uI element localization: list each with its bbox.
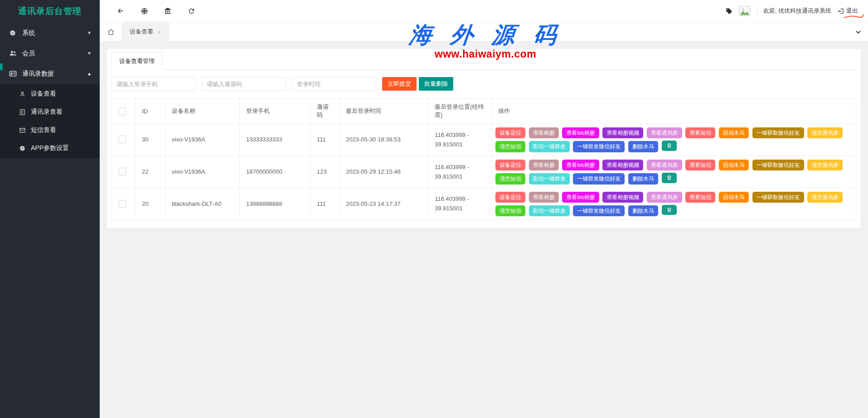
sidebar-item-contacts-view[interactable]: 通讯录查看 xyxy=(0,103,100,121)
row-checkbox[interactable] xyxy=(118,136,126,143)
submit-button[interactable]: 立即提交 xyxy=(382,77,417,91)
start-trojan-button[interactable]: 启动木马 xyxy=(719,160,749,170)
select-all-checkbox[interactable] xyxy=(118,107,126,115)
tag-icon[interactable] xyxy=(726,8,732,15)
sidebar-item-label: 短信查看 xyxy=(31,126,56,134)
wechat-group-send-button[interactable]: 一键群发微信好友 xyxy=(573,205,625,216)
avatar[interactable] xyxy=(738,5,751,17)
active-menu-marker xyxy=(0,63,3,70)
app-root: 通讯录后台管理 系统 ▼ 会员 ▼ 通讯录数据 ▲ xyxy=(0,0,868,418)
locate-device-button[interactable]: 设备定位 xyxy=(495,127,525,138)
refresh-icon[interactable] xyxy=(179,0,203,22)
get-wechat-friends-button[interactable]: 一键获取微信好友 xyxy=(752,127,804,138)
mms-group-send-button[interactable]: 彩信一键群发 xyxy=(529,205,570,216)
view-album-button[interactable]: 查看相册 xyxy=(529,192,559,203)
get-wechat-friends-button[interactable]: 一键获取微信好友 xyxy=(752,160,804,170)
logout-icon xyxy=(837,8,844,15)
cell-invite: 111 xyxy=(310,124,339,156)
get-wechat-friends-button[interactable]: 一键获取微信好友 xyxy=(752,192,804,203)
wechat-group-send-button[interactable]: 一键群发微信好友 xyxy=(573,173,625,184)
view-contacts-button[interactable]: 查看通讯录 xyxy=(647,192,682,203)
mms-group-send-button[interactable]: 彩信一键群发 xyxy=(529,173,570,184)
app-title: 通讯录后台管理 xyxy=(0,0,100,23)
wechat-group-send-button[interactable]: 一键群发微信好友 xyxy=(573,141,625,152)
view-album-video-button[interactable]: 查看相册视频 xyxy=(602,160,643,170)
trash-icon xyxy=(666,175,672,180)
clear-contacts-button[interactable]: 清空通讯录 xyxy=(807,127,843,138)
tab-device-view-management[interactable]: 设备查看管理 xyxy=(112,52,162,70)
cell-login-time: 2023-05-23 14:17:37 xyxy=(339,188,428,220)
start-trojan-button[interactable]: 启动木马 xyxy=(719,127,749,138)
chevron-down-icon xyxy=(855,29,862,35)
view-ios-album-button[interactable]: 查看ios相册 xyxy=(562,127,599,138)
trash-icon xyxy=(666,207,672,213)
sidebar-item-sms-view[interactable]: 短信查看 xyxy=(0,121,100,139)
clear-sms-button[interactable]: 清空短信 xyxy=(495,141,525,152)
cell-invite: 123 xyxy=(310,156,339,188)
trash-action-button[interactable] xyxy=(662,141,677,151)
sidebar-item-app-settings[interactable]: APP参数设置 xyxy=(0,139,100,157)
login-time-input[interactable] xyxy=(292,77,376,91)
back-icon[interactable] xyxy=(109,0,132,22)
scribble-underline xyxy=(844,14,863,19)
view-album-button[interactable]: 查看相册 xyxy=(529,127,559,138)
cell-phone: 18700000000 xyxy=(240,156,310,188)
contacts-book-icon xyxy=(19,109,27,116)
view-ios-album-button[interactable]: 查看ios相册 xyxy=(562,192,599,203)
home-tab[interactable] xyxy=(100,22,122,41)
search-toolbar: 立即提交 批量删除 xyxy=(112,77,856,91)
view-contacts-button[interactable]: 查看通讯录 xyxy=(647,160,682,170)
cell-invite: 111 xyxy=(310,188,339,220)
start-trojan-button[interactable]: 启动木马 xyxy=(719,192,749,203)
trash-action-button[interactable] xyxy=(662,205,677,215)
sidebar-item-contacts-data[interactable]: 通讯录数据 ▲ xyxy=(0,63,100,84)
cell-phone: 13888888888 xyxy=(240,188,310,220)
clear-sms-button[interactable]: 清空短信 xyxy=(495,205,525,216)
tab-device-view[interactable]: 设备查看 × xyxy=(122,22,169,41)
cell-actions: 设备定位 查看相册 查看ios相册 查看相册视频 查看通讯录 查看短信 启动木马… xyxy=(492,124,856,156)
bank-icon[interactable] xyxy=(156,0,179,22)
sidebar-item-members[interactable]: 会员 ▼ xyxy=(0,43,100,63)
view-sms-button[interactable]: 查看短信 xyxy=(685,192,715,203)
action-buttons-line1: 设备定位 查看相册 查看ios相册 查看相册视频 查看通讯录 查看短信 启动木马… xyxy=(495,158,852,171)
delete-trojan-button[interactable]: 删除木马 xyxy=(628,205,658,216)
invite-code-input[interactable] xyxy=(202,77,286,91)
view-contacts-button[interactable]: 查看通讯录 xyxy=(647,127,682,138)
row-checkbox[interactable] xyxy=(118,200,126,208)
sidebar-item-device-view[interactable]: 设备查看 xyxy=(0,85,100,103)
globe-icon[interactable] xyxy=(132,0,156,22)
clear-contacts-button[interactable]: 清空通讯录 xyxy=(807,160,843,170)
view-album-video-button[interactable]: 查看相册视频 xyxy=(602,192,643,203)
table-header-row: ID 设备名称 登录手机 邀请码 最后登录时间 最后登录位置(经纬度) 操作 xyxy=(112,99,856,124)
mms-group-send-button[interactable]: 彩信一键群发 xyxy=(529,141,570,152)
trash-action-button[interactable] xyxy=(662,173,677,183)
view-ios-album-button[interactable]: 查看ios相册 xyxy=(562,160,599,170)
batch-delete-button[interactable]: 批量删除 xyxy=(419,77,453,91)
close-icon[interactable]: × xyxy=(157,29,161,35)
tab-more-button[interactable] xyxy=(848,22,868,41)
action-buttons-line2: 清空短信 彩信一键群发 一键群发微信好友 删除木马 xyxy=(495,171,852,185)
delete-trojan-button[interactable]: 删除木马 xyxy=(628,141,658,152)
divider xyxy=(757,7,757,15)
content-area: 设备查看管理 立即提交 批量删除 xyxy=(100,42,868,418)
row-checkbox[interactable] xyxy=(118,168,126,175)
logout-button[interactable]: 退出 xyxy=(837,7,860,15)
locate-device-button[interactable]: 设备定位 xyxy=(495,192,525,203)
view-album-button[interactable]: 查看相册 xyxy=(529,160,559,170)
sidebar-item-label: 通讯录查看 xyxy=(31,108,63,116)
login-phone-input[interactable] xyxy=(112,77,196,91)
clear-contacts-button[interactable]: 清空通讯录 xyxy=(807,192,843,203)
view-album-video-button[interactable]: 查看相册视频 xyxy=(602,127,643,138)
sidebar-item-label: 设备查看 xyxy=(31,90,56,98)
clear-sms-button[interactable]: 清空短信 xyxy=(495,173,525,184)
sidebar-item-system[interactable]: 系统 ▼ xyxy=(0,23,100,43)
chevron-down-icon: ▼ xyxy=(87,51,92,56)
locate-device-button[interactable]: 设备定位 xyxy=(495,160,525,170)
view-sms-button[interactable]: 查看短信 xyxy=(685,127,715,138)
action-buttons-line2: 清空短信 彩信一键群发 一键群发微信好友 删除木马 xyxy=(495,204,852,217)
cell-actions: 设备定位 查看相册 查看ios相册 查看相册视频 查看通讯录 查看短信 启动木马… xyxy=(492,188,856,220)
tab-label: 设备查看 xyxy=(130,28,153,36)
view-sms-button[interactable]: 查看短信 xyxy=(685,160,715,170)
cell-id: 30 xyxy=(136,124,165,156)
delete-trojan-button[interactable]: 删除木马 xyxy=(628,173,658,184)
